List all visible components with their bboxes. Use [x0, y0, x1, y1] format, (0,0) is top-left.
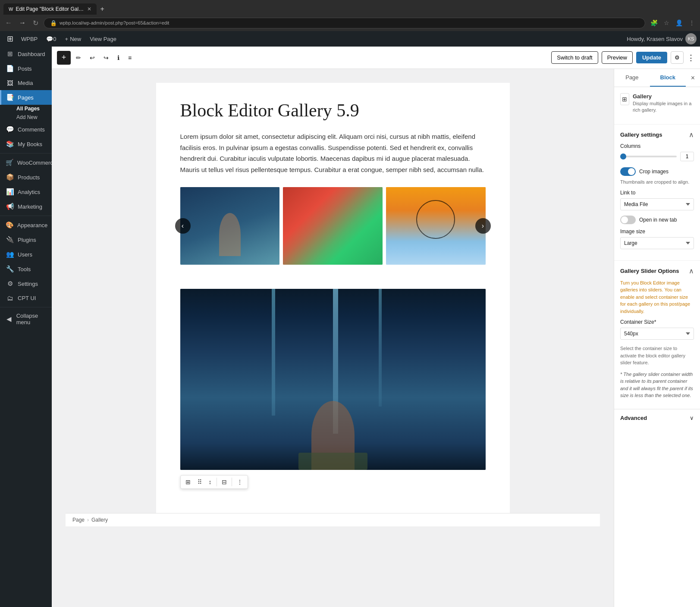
link-to-label: Link to	[620, 190, 694, 196]
block-toolbar-sep-2	[232, 478, 232, 486]
sidebar-item-tools[interactable]: 🔧 Tools	[0, 262, 52, 276]
extensions-button[interactable]: 🧩	[649, 18, 659, 28]
sidebar-item-analytics[interactable]: 📊 Analytics	[0, 185, 52, 199]
back-button[interactable]: ←	[3, 17, 14, 28]
columns-range-input[interactable]	[620, 156, 677, 157]
sidebar-menu: ⊞ Dashboard 📄 Posts 🖼 Media 📑 Pages All …	[0, 47, 52, 329]
active-browser-tab[interactable]: W Edit Page "Block Editor Gallery 5... ✕	[3, 3, 97, 15]
sidebar-sub-add-new[interactable]: Add New	[0, 113, 52, 122]
breadcrumb-page[interactable]: Page	[72, 517, 85, 523]
slider-prev-button[interactable]: ‹	[175, 218, 191, 234]
sidebar-item-plugins[interactable]: 🔌 Plugins	[0, 232, 52, 247]
redo-button[interactable]: ↪	[100, 52, 112, 64]
sidebar-item-posts[interactable]: 📄 Posts	[0, 61, 52, 76]
panel-close-button[interactable]: ×	[686, 70, 700, 86]
sidebar-item-woocommerce[interactable]: 🛒 WooCommerce	[0, 155, 52, 170]
block-type-button[interactable]: ⊞	[182, 476, 194, 488]
block-drag-button[interactable]: ⠿	[195, 476, 205, 488]
sidebar-item-marketing[interactable]: 📢 Marketing	[0, 199, 52, 214]
forward-button[interactable]: →	[17, 17, 28, 28]
tab-page[interactable]: Page	[614, 69, 650, 87]
menu-button[interactable]: ⋮	[687, 18, 697, 28]
sidebar-divider-3	[0, 307, 52, 307]
sidebar-item-dashboard[interactable]: ⊞ Dashboard	[0, 47, 52, 61]
open-new-tab-row: Open in new tab	[620, 216, 694, 224]
undo-button[interactable]: ↩	[86, 52, 98, 64]
gallery-image-2	[283, 187, 383, 265]
page-title[interactable]: Block Editor Gallery 5.9	[180, 100, 486, 121]
settings-dots-button[interactable]: ⋮	[687, 53, 695, 63]
block-move-up-button[interactable]: ↕	[206, 476, 215, 488]
tools-icon: 🔧	[6, 265, 14, 273]
sidebar-item-my-books[interactable]: 📚 My Books	[0, 137, 52, 151]
columns-label: Columns	[620, 143, 694, 149]
editor-content: Block Editor Gallery 5.9 Lorem ipsum dol…	[52, 69, 614, 607]
image-size-select[interactable]: Large	[620, 237, 694, 249]
settings-gear-button[interactable]: ⚙	[671, 51, 684, 64]
new-tab-button[interactable]: +	[97, 3, 107, 15]
list-view-button[interactable]: ≡	[125, 52, 135, 64]
advanced-section-header[interactable]: Advanced ∨	[614, 409, 700, 426]
slider-options-header[interactable]: Gallery Slider Options ∧	[620, 267, 694, 275]
admin-bar-wpbp[interactable]: WPBP	[17, 31, 42, 47]
reload-button[interactable]: ↻	[31, 17, 40, 29]
marketing-icon: 📢	[6, 203, 14, 210]
open-new-tab-toggle[interactable]	[620, 216, 636, 224]
link-to-select[interactable]: Media File	[620, 198, 694, 210]
new-label: New	[70, 36, 81, 42]
container-size-select[interactable]: 540px	[620, 328, 694, 340]
appearance-icon: 🎨	[6, 221, 14, 229]
profile-button[interactable]: 👤	[674, 18, 684, 28]
admin-bar-comments[interactable]: 💬 0	[42, 31, 60, 47]
crop-images-toggle[interactable]	[620, 167, 636, 176]
sidebar-item-media[interactable]: 🖼 Media	[0, 76, 52, 90]
gallery-block-icon: ⊞	[620, 93, 629, 105]
crop-images-label: Crop images	[639, 169, 669, 175]
sidebar-item-users[interactable]: 👥 Users	[0, 247, 52, 262]
gallery-large-image	[180, 289, 486, 470]
preview-button[interactable]: Preview	[602, 51, 633, 64]
crop-images-row: Crop images	[620, 167, 694, 176]
sidebar-item-pages[interactable]: 📑 Pages	[0, 90, 52, 105]
slider-options-toggle-icon: ∧	[689, 267, 694, 275]
switch-draft-button[interactable]: Switch to draft	[551, 51, 598, 64]
sidebar-item-settings[interactable]: ⚙ Settings	[0, 276, 52, 291]
block-more-button[interactable]: ⋮	[234, 476, 246, 488]
gallery-block[interactable]: ‹	[180, 187, 486, 470]
address-bar[interactable]: 🔒 wpbp.local/wp-admin/post.php?post=65&a…	[44, 18, 645, 28]
gallery-slider: ‹	[180, 187, 486, 265]
sidebar-item-appearance[interactable]: 🎨 Appearance	[0, 218, 52, 232]
sidebar-item-comments[interactable]: 💬 Comments	[0, 122, 52, 137]
details-button[interactable]: ℹ	[114, 52, 123, 64]
crop-images-hint: Thumbnails are cropped to align.	[620, 179, 694, 185]
admin-bar-new[interactable]: + New	[61, 31, 86, 47]
gallery-settings-header[interactable]: Gallery settings ∧	[620, 131, 694, 139]
container-size-label: Container Size*	[620, 319, 694, 325]
editor-area: + ✏ ↩ ↪ ℹ ≡ Switch to draft Preview Upda…	[52, 47, 700, 607]
page-body-text[interactable]: Lorem ipsum dolor sit amet, consectetur …	[180, 131, 486, 175]
breadcrumb-gallery[interactable]: Gallery	[91, 517, 108, 523]
sidebar-item-cpt-ui[interactable]: 🗂 CPT UI	[0, 291, 52, 305]
browser-actions: 🧩 ☆ 👤 ⋮	[649, 18, 697, 28]
panel-tab-row: Page Block ×	[614, 69, 700, 87]
sidebar-item-collapse[interactable]: ◀ Collapse menu	[0, 309, 52, 329]
sidebar-sub-all-pages[interactable]: All Pages	[0, 105, 52, 113]
add-block-button[interactable]: +	[57, 51, 71, 65]
sidebar-item-products[interactable]: 📦 Products	[0, 170, 52, 185]
slider-next-button[interactable]: ›	[475, 218, 491, 234]
breadcrumb-separator: ›	[87, 517, 89, 523]
columns-value-input[interactable]: 1	[680, 152, 694, 161]
panel-gallery-settings: Gallery settings ∧ Columns 1 Crop images	[614, 125, 700, 261]
plus-icon: +	[65, 36, 69, 42]
editor-toolbar: + ✏ ↩ ↪ ℹ ≡ Switch to draft Preview Upda…	[52, 47, 700, 69]
update-button[interactable]: Update	[636, 52, 667, 63]
admin-bar-view-page[interactable]: View Page	[85, 31, 121, 47]
gallery-block-desc: Display multiple images in a rich galler…	[633, 100, 694, 114]
tab-block[interactable]: Block	[650, 69, 686, 87]
wp-logo-icon[interactable]: ⊞	[3, 34, 17, 44]
tab-close-icon[interactable]: ✕	[87, 6, 91, 12]
block-align-button[interactable]: ⊟	[219, 476, 230, 488]
pages-icon: 📑	[6, 94, 14, 101]
bookmark-button[interactable]: ☆	[662, 18, 671, 28]
edit-mode-button[interactable]: ✏	[72, 52, 85, 64]
